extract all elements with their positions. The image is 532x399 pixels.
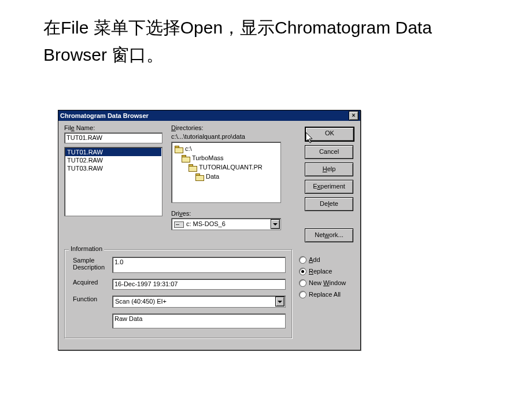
dialog-title: Chromatogram Data Browser — [60, 110, 149, 121]
cancel-button[interactable]: Cancel — [305, 145, 353, 159]
slide-title: 在File 菜单下选择Open，显示Chromatogram Data Brow… — [43, 14, 448, 68]
radio-icon — [299, 279, 306, 287]
tree-label: TUTORIALQUANT.PR — [199, 162, 263, 172]
filename-input[interactable]: TUT01.RAW — [64, 132, 162, 143]
file-listbox[interactable]: TUT01.RAW TUT02.RAW TUT03.RAW — [64, 147, 162, 216]
acquired-field: 16-Dec-1997 19:31:07 — [112, 279, 286, 290]
radio-icon — [299, 256, 306, 264]
directories-label: Directories: — [171, 124, 281, 131]
help-button[interactable]: Help — [305, 162, 353, 176]
chevron-down-icon[interactable] — [275, 297, 285, 306]
radio-replace-all[interactable]: Replace All — [299, 291, 353, 298]
list-item[interactable]: TUT03.RAW — [65, 164, 161, 172]
folder-icon — [182, 155, 190, 161]
radio-replace[interactable]: Replace — [299, 268, 353, 275]
ok-button[interactable]: OK — [305, 127, 354, 142]
drives-dropdown[interactable]: c: MS-DOS_6 — [171, 218, 281, 230]
chevron-down-icon[interactable] — [271, 219, 280, 229]
list-item[interactable]: TUT01.RAW — [65, 148, 161, 156]
tree-node-root[interactable]: c:\ — [175, 144, 278, 153]
information-fieldset: Information Sample Description 1.0 Acqui… — [64, 249, 292, 338]
tree-label: c:\ — [185, 144, 192, 153]
radio-icon — [299, 268, 306, 275]
drive-icon — [174, 221, 184, 228]
folder-icon — [195, 173, 204, 180]
directories-column: Directories: c:\...\tutorialquant.pro\da… — [171, 124, 281, 230]
folder-icon — [175, 146, 183, 152]
tree-label: Data — [206, 172, 219, 181]
titlebar[interactable]: Chromatogram Data Browser × — [58, 110, 360, 121]
folder-icon — [189, 164, 197, 171]
drive-value: c: MS-DOS_6 — [186, 220, 226, 227]
network-button[interactable]: Network... — [305, 228, 353, 242]
dialog-body: File Name: TUT01.RAW TUT01.RAW TUT02.RAW… — [58, 121, 360, 350]
file-column: File Name: TUT01.RAW TUT01.RAW TUT02.RAW… — [64, 124, 162, 216]
function-dropdown[interactable]: Scan (40:450) EI+ — [112, 295, 286, 308]
radio-new-window[interactable]: New Window — [299, 279, 353, 287]
tree-node[interactable]: TUTORIALQUANT.PR — [189, 162, 278, 172]
list-item[interactable]: TUT02.RAW — [65, 156, 161, 164]
filename-label: File Name: — [64, 124, 162, 131]
function-label: Function — [73, 295, 112, 302]
information-legend: Information — [69, 245, 104, 252]
close-icon: × — [352, 113, 356, 119]
button-column: OK Cancel Help Experiment Delete Network… — [305, 127, 353, 246]
delete-button[interactable]: Delete — [305, 197, 353, 211]
close-button[interactable]: × — [349, 111, 359, 120]
acquired-label: Acquired — [73, 279, 112, 286]
drives-label: Drives: — [171, 210, 281, 217]
radio-icon — [299, 291, 306, 298]
tree-node[interactable]: TurboMass — [182, 153, 278, 162]
tree-node[interactable]: Data — [195, 172, 278, 181]
raw-data-field: Raw Data — [112, 313, 286, 328]
radio-group: Add Replace New Window Replace All — [299, 256, 353, 302]
radio-add[interactable]: Add — [299, 256, 353, 264]
tree-label: TurboMass — [192, 153, 224, 162]
path-label: c:\...\tutorialquant.pro\data — [171, 133, 281, 140]
experiment-button[interactable]: Experiment — [305, 180, 353, 194]
dialog-chromatogram-data-browser: Chromatogram Data Browser × File Name: T… — [58, 110, 361, 350]
sample-description-field[interactable]: 1.0 — [112, 257, 286, 273]
sample-description-label: Sample Description — [73, 257, 112, 271]
directory-tree[interactable]: c:\ TurboMass TUTORIALQUANT.PR Data — [171, 142, 281, 203]
function-value: Scan (40:450) EI+ — [115, 298, 167, 305]
